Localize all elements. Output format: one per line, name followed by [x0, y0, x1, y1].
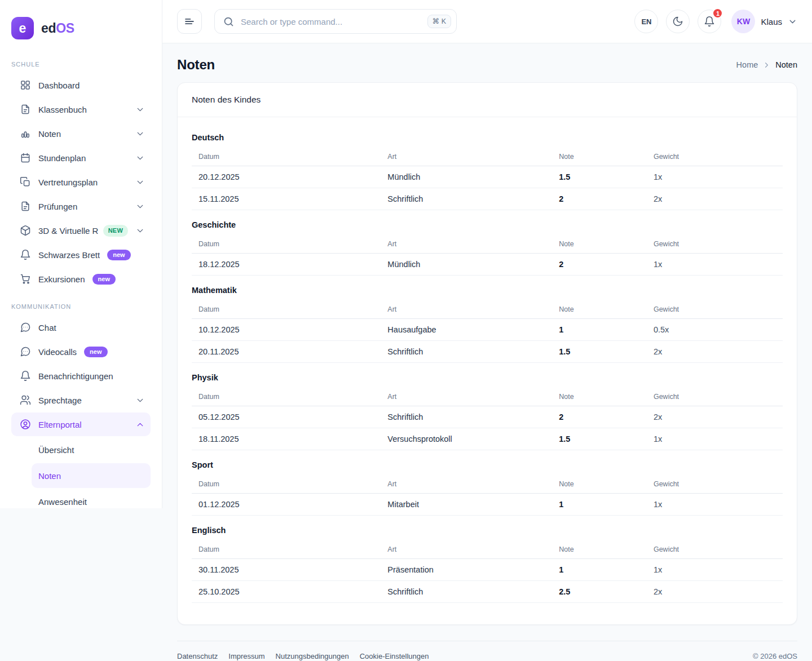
sidebar-item-label: 3D & Virtuelle Räu [38, 226, 98, 236]
moon-icon [672, 16, 683, 27]
column-header-art: Art [381, 235, 552, 254]
table-row: 18.12.2025Mündlich21x [192, 254, 783, 276]
sidebar: e edOS SCHULEDashboardKlassenbuchNotenSt… [0, 0, 162, 508]
bar-chart-icon [20, 128, 31, 139]
chevron-down-icon [135, 202, 145, 211]
sidebar-item-benachrichtigungen[interactable]: Benachrichtigungen [11, 364, 151, 388]
bell-icon [20, 249, 31, 260]
cell-gewicht: 2x [647, 188, 783, 210]
cell-gewicht: 0.5x [647, 319, 783, 341]
table-row: 25.10.2025Schriftlich2.52x [192, 581, 783, 603]
breadcrumb-home-link[interactable]: Home [736, 60, 758, 69]
sidebar-item-3d-virtuelle-räu[interactable]: 3D & Virtuelle RäuNEW [11, 219, 151, 242]
sidebar-item-klassenbuch[interactable]: Klassenbuch [11, 97, 151, 121]
sidebar-item-noten[interactable]: Noten [11, 122, 151, 145]
footer-link-datenschutz[interactable]: Datenschutz [177, 652, 218, 660]
column-header-note: Note [552, 148, 647, 166]
sidebar-item-dashboard[interactable]: Dashboard [11, 73, 151, 97]
cell-art: Hausaufgabe [381, 319, 552, 341]
new-badge: new [92, 274, 116, 285]
grades-table-sport: DatumArtNoteGewicht01.12.2025Mitarbeit11… [192, 475, 783, 516]
column-header-note: Note [552, 300, 647, 319]
grades-table-englisch: DatumArtNoteGewicht30.11.2025Präsentatio… [192, 540, 783, 603]
breadcrumb: Home Noten [736, 60, 797, 69]
table-header-row: DatumArtNoteGewicht [192, 540, 783, 559]
sidebar-subitem-übersicht[interactable]: Übersicht [32, 437, 151, 462]
sidebar-nav: SCHULEDashboardKlassenbuchNotenStundenpl… [0, 61, 162, 508]
sidebar-item-schwarzes-brett[interactable]: Schwarzes Brettnew [11, 243, 151, 267]
table-header-row: DatumArtNoteGewicht [192, 475, 783, 494]
column-header-art: Art [381, 540, 552, 559]
chevron-down-icon [135, 178, 145, 187]
footer: DatenschutzImpressumNutzungsbedingungenC… [177, 641, 797, 661]
chevron-right-icon [762, 61, 771, 69]
cell-datum: 10.12.2025 [192, 319, 381, 341]
column-header-art: Art [381, 300, 552, 319]
search-box[interactable]: ⌘ K [214, 9, 457, 34]
user-menu[interactable]: KW Klaus [731, 10, 797, 33]
subject-title: Englisch [192, 526, 783, 535]
cell-note: 1 [552, 319, 647, 341]
copy-icon [20, 176, 31, 188]
sidebar-item-vertretungsplan[interactable]: Vertretungsplan [11, 170, 151, 194]
chevron-down-icon [135, 396, 145, 405]
column-header-datum: Datum [192, 148, 381, 166]
cell-note: 2 [552, 188, 647, 210]
column-header-gewicht: Gewicht [647, 475, 783, 494]
cell-art: Schriftlich [381, 406, 552, 428]
page-head: Noten Home Noten [177, 57, 797, 73]
sidebar-item-prüfungen[interactable]: Prüfungen [11, 194, 151, 218]
cell-datum: 15.11.2025 [192, 188, 381, 210]
column-header-gewicht: Gewicht [647, 148, 783, 166]
subject-title: Geschichte [192, 220, 783, 229]
menu-toggle-button[interactable] [177, 9, 202, 34]
column-header-note: Note [552, 540, 647, 559]
footer-links: DatenschutzImpressumNutzungsbedingungenC… [177, 652, 429, 660]
cell-art: Versuchsprotokoll [381, 428, 552, 450]
cell-datum: 05.12.2025 [192, 406, 381, 428]
column-header-note: Note [552, 388, 647, 406]
search-input[interactable] [241, 17, 421, 26]
column-header-art: Art [381, 388, 552, 406]
subject-section-mathematik: MathematikDatumArtNoteGewicht10.12.2025H… [192, 286, 783, 363]
file-text-icon [20, 104, 31, 115]
chevron-down-icon [135, 153, 145, 163]
file-text-icon [20, 201, 31, 212]
sidebar-item-exkursionen[interactable]: Exkursionennew [11, 267, 151, 291]
sidebar-item-chat[interactable]: Chat [11, 316, 151, 339]
cell-art: Präsentation [381, 559, 552, 581]
avatar: KW [731, 10, 755, 33]
chevron-down-icon [135, 226, 145, 236]
subject-section-sport: SportDatumArtNoteGewicht01.12.2025Mitarb… [192, 460, 783, 516]
cell-datum: 20.11.2025 [192, 341, 381, 363]
table-row: 15.11.2025Schriftlich22x [192, 188, 783, 210]
table-header-row: DatumArtNoteGewicht [192, 235, 783, 254]
footer-link-cookie-einstellungen[interactable]: Cookie-Einstellungen [360, 652, 429, 660]
sidebar-submenu-elternportal: ÜbersichtNotenAnwesenheit [11, 437, 151, 508]
sidebar-item-videocalls[interactable]: Videocallsnew [11, 340, 151, 363]
sidebar-item-elternportal[interactable]: Elternportal [11, 412, 151, 436]
column-header-gewicht: Gewicht [647, 540, 783, 559]
user-name: Klaus [761, 17, 782, 26]
sidebar-subitem-noten[interactable]: Noten [32, 463, 151, 488]
cell-note: 1 [552, 559, 647, 581]
sidebar-item-sprechtage[interactable]: Sprechtage [11, 388, 151, 412]
language-button[interactable]: EN [634, 10, 658, 33]
sidebar-item-stundenplan[interactable]: Stundenplan [11, 146, 151, 170]
footer-link-impressum[interactable]: Impressum [228, 652, 264, 660]
grades-card: Noten des Kindes DeutschDatumArtNoteGewi… [177, 82, 797, 625]
notifications-button[interactable]: 1 [698, 10, 721, 33]
dark-mode-button[interactable] [666, 10, 690, 33]
subject-section-englisch: EnglischDatumArtNoteGewicht30.11.2025Prä… [192, 526, 783, 603]
cube-icon [20, 225, 31, 236]
chevron-up-icon [135, 420, 145, 429]
footer-link-nutzungsbedingungen[interactable]: Nutzungsbedingungen [276, 652, 349, 660]
column-header-gewicht: Gewicht [647, 235, 783, 254]
sidebar-subitem-anwesenheit[interactable]: Anwesenheit [32, 489, 151, 508]
cell-note: 2 [552, 406, 647, 428]
bell-icon [20, 370, 31, 381]
cell-gewicht: 2x [647, 406, 783, 428]
table-row: 10.12.2025Hausaufgabe10.5x [192, 319, 783, 341]
sidebar-item-label: Vertretungsplan [38, 178, 98, 187]
grades-table-mathematik: DatumArtNoteGewicht10.12.2025Hausaufgabe… [192, 300, 783, 363]
